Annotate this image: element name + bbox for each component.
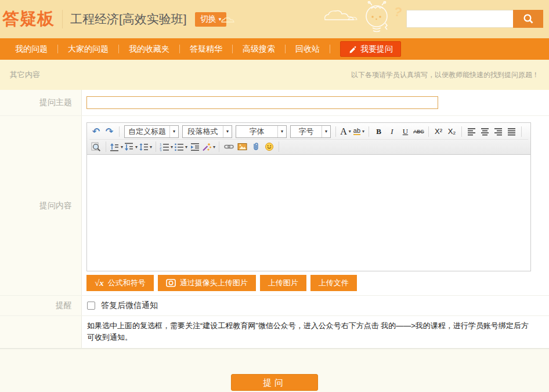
underline-icon[interactable]: U bbox=[399, 125, 411, 137]
align-center-icon[interactable] bbox=[479, 125, 491, 137]
content-row: 提问内容 ↶ ↷ 自定义标题 ▾ 段落格式 ▾ 字体 bbox=[0, 116, 549, 296]
font-size-dropdown[interactable]: 字号 ▾ bbox=[290, 125, 331, 138]
align-right-icon[interactable] bbox=[492, 125, 504, 137]
page-header: 答疑板 工程经济[高效实验班] 切换 ▾ ? bbox=[0, 0, 549, 38]
main-nav: 我的问题 大家的问题 我的收藏夹 答疑精华 高级搜索 回收站 我要提问 bbox=[0, 38, 549, 60]
subject-row: 提问主题 bbox=[0, 90, 549, 116]
search-button[interactable] bbox=[513, 10, 543, 28]
cloud-icon bbox=[323, 9, 359, 21]
nav-item-advanced-search[interactable]: 高级搜索 bbox=[233, 38, 285, 60]
chevron-down-icon: ▾ bbox=[349, 129, 351, 134]
question-mark-icon: ? bbox=[392, 4, 403, 20]
chevron-down-icon: ▾ bbox=[121, 144, 123, 150]
upload-file-label: 上传文件 bbox=[319, 278, 349, 288]
notice-row: 如果选中上面的复选框，需要关注“建设工程教育网”微信公众号，进入公众号右下方点击… bbox=[0, 316, 549, 349]
chevron-down-icon: ▾ bbox=[213, 144, 215, 150]
formula-symbols-button[interactable]: √x 公式和符号 bbox=[86, 275, 154, 291]
toolbar-separator bbox=[219, 141, 219, 152]
section-label: 其它内容 bbox=[10, 70, 40, 80]
font-family-dropdown[interactable]: 字体 ▾ bbox=[236, 125, 287, 138]
toolbar-separator bbox=[428, 126, 429, 137]
wechat-binding-notice: 如果选中上面的复选框，需要关注“建设工程教育网”微信公众号，进入公众号右下方点击… bbox=[82, 316, 549, 348]
ask-question-button[interactable]: 我要提问 bbox=[340, 41, 401, 57]
emoji-icon[interactable] bbox=[263, 141, 275, 153]
bold-icon[interactable]: B bbox=[373, 125, 385, 137]
strikethrough-icon[interactable]: ABC bbox=[413, 125, 425, 137]
header-divider bbox=[62, 10, 63, 28]
ordered-list-icon[interactable]: 123 ▾ bbox=[160, 141, 173, 153]
redo-icon[interactable]: ↷ bbox=[103, 125, 115, 137]
chevron-down-icon: ▾ bbox=[219, 16, 222, 22]
paragraph-spacing-top-icon[interactable]: ▾ bbox=[110, 141, 123, 153]
nav-item-my-favorites[interactable]: 我的收藏夹 bbox=[119, 38, 179, 60]
camera-upload-label: 通过摄像头上传图片 bbox=[180, 278, 248, 288]
dropdown-label: 字体 bbox=[236, 126, 277, 137]
chevron-down-icon: ▾ bbox=[362, 129, 364, 134]
nav-item-my-questions[interactable]: 我的问题 bbox=[5, 38, 57, 60]
toolbar-separator bbox=[279, 141, 279, 152]
custom-title-dropdown[interactable]: 自定义标题 ▾ bbox=[124, 125, 179, 138]
highlight-color-button[interactable]: ab ▾ bbox=[353, 125, 365, 137]
footer: 提问 bbox=[0, 349, 549, 392]
chevron-down-icon: ▾ bbox=[277, 126, 286, 137]
toolbar-separator bbox=[461, 126, 462, 137]
font-color-button[interactable]: A ▾ bbox=[339, 125, 352, 137]
toolbar-separator bbox=[119, 126, 120, 137]
upload-image-button[interactable]: 上传图片 bbox=[260, 275, 306, 291]
link-icon[interactable] bbox=[223, 141, 235, 153]
editor-toolbar: ↶ ↷ 自定义标题 ▾ 段落格式 ▾ 字体 ▾ bbox=[87, 123, 530, 155]
italic-icon[interactable]: I bbox=[386, 125, 398, 137]
chevron-down-icon: ▾ bbox=[169, 126, 178, 137]
wechat-notify-checkbox[interactable] bbox=[87, 302, 95, 310]
superscript-icon[interactable]: X² bbox=[432, 125, 445, 137]
chevron-down-icon: ▾ bbox=[171, 144, 173, 150]
upload-file-button[interactable]: 上传文件 bbox=[310, 275, 357, 291]
chevron-down-icon: ▾ bbox=[135, 144, 138, 150]
line-height-icon[interactable]: ▾ bbox=[139, 141, 152, 153]
format-wand-icon[interactable]: ▾ bbox=[202, 141, 215, 153]
chevron-down-icon: ▾ bbox=[223, 126, 232, 137]
nav-item-recycle-bin[interactable]: 回收站 bbox=[286, 38, 330, 60]
font-color-icon: A bbox=[340, 126, 347, 137]
nav-separator bbox=[330, 45, 330, 53]
subject-label: 提问主题 bbox=[0, 90, 82, 115]
search-input[interactable] bbox=[406, 10, 513, 28]
insert-image-icon[interactable] bbox=[236, 141, 248, 153]
camera-icon bbox=[166, 278, 176, 288]
attachment-icon[interactable] bbox=[250, 141, 262, 153]
align-justify-icon[interactable] bbox=[505, 125, 518, 137]
subject-input[interactable] bbox=[86, 96, 438, 109]
site-logo: 答疑板 bbox=[0, 8, 55, 31]
search-icon bbox=[523, 13, 534, 24]
toolbar-separator bbox=[106, 141, 106, 152]
toolbar-separator bbox=[369, 126, 369, 137]
subscript-icon[interactable]: X₂ bbox=[446, 125, 458, 137]
pencil-icon bbox=[348, 45, 356, 53]
dropdown-label: 段落格式 bbox=[183, 126, 223, 137]
wechat-notify-label[interactable]: 答复后微信通知 bbox=[101, 300, 158, 311]
indent-icon[interactable] bbox=[189, 141, 201, 153]
formula-icon: √x bbox=[95, 278, 104, 288]
fill-in-hint: 以下各项请学员认真填写，以便教师能快速的找到提问原题！ bbox=[351, 70, 539, 80]
bullet-list-icon[interactable]: ▾ bbox=[174, 141, 187, 153]
paragraph-spacing-bottom-icon[interactable]: ▾ bbox=[124, 141, 138, 153]
reminder-label: 提醒 bbox=[0, 296, 82, 315]
camera-upload-button[interactable]: 通过摄像头上传图片 bbox=[158, 275, 256, 291]
switch-course-button[interactable]: 切换 ▾ bbox=[195, 12, 227, 27]
editor-content-area[interactable] bbox=[87, 155, 530, 271]
search-box bbox=[406, 10, 543, 28]
submit-question-button[interactable]: 提问 bbox=[231, 374, 318, 391]
formula-symbols-label: 公式和符号 bbox=[108, 278, 146, 288]
dropdown-label: 自定义标题 bbox=[125, 126, 169, 137]
chevron-down-icon: ▾ bbox=[150, 144, 152, 150]
align-left-icon[interactable] bbox=[465, 125, 478, 137]
paragraph-format-dropdown[interactable]: 段落格式 ▾ bbox=[182, 125, 232, 138]
nav-item-qa-highlights[interactable]: 答疑精华 bbox=[180, 38, 232, 60]
dropdown-label: 字号 bbox=[291, 126, 322, 137]
upload-buttons-row: √x 公式和符号 通过摄像头上传图片 上传图片 上传文件 bbox=[86, 275, 549, 291]
mascot-icon bbox=[360, 1, 393, 37]
preview-zoom-icon[interactable] bbox=[90, 141, 102, 153]
undo-icon[interactable]: ↶ bbox=[90, 125, 102, 137]
nav-item-everyones-questions[interactable]: 大家的问题 bbox=[58, 38, 118, 60]
ask-question-label: 我要提问 bbox=[360, 44, 393, 55]
